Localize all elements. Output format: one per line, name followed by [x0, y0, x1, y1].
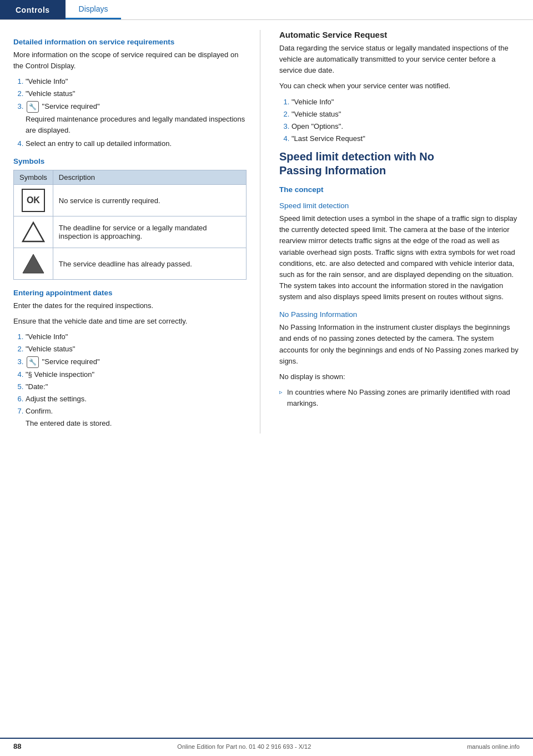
list-item: 🔧 "Service required"	[26, 356, 247, 368]
col-description: Description	[53, 170, 246, 185]
column-divider	[260, 30, 260, 434]
page-number: 88	[13, 742, 21, 750]
service-icon: 🔧	[27, 101, 39, 113]
main-content: Detailed information on service requirem…	[0, 20, 533, 456]
footer-right: manuals online.info	[467, 743, 520, 750]
section1-title: Detailed information on service requirem…	[13, 38, 247, 46]
list-item: "Vehicle status"	[26, 344, 247, 355]
svg-marker-1	[23, 254, 44, 273]
symbol-triangle-dark	[14, 248, 53, 280]
section2-title: Entering appointment dates	[13, 289, 247, 297]
left-column: Detailed information on service requirem…	[13, 30, 247, 434]
table-row: OK No service is currently required.	[14, 185, 247, 216]
list-item: "Vehicle Info"	[26, 76, 247, 87]
list-item: Select an entry to call up detailed info…	[26, 138, 247, 149]
list-item: "Vehicle Info"	[26, 331, 247, 342]
list-item: Open "Options".	[291, 121, 520, 132]
right-column: Automatic Service Request Data regarding…	[274, 30, 520, 434]
speed-limit-para: Speed limit detection uses a symbol in t…	[279, 213, 520, 303]
symbol-ok: OK	[14, 185, 53, 216]
symbol-desc: No service is currently required.	[53, 185, 246, 216]
footer: 88 Online Edition for Part no. 01 40 2 9…	[0, 738, 533, 750]
tab-displays[interactable]: Displays	[66, 0, 122, 19]
controls-label: Controls	[16, 6, 50, 14]
list-item: "§ Vehicle inspection"	[26, 369, 247, 380]
list-note: Required maintenance procedures and lega…	[26, 113, 247, 136]
svg-marker-0	[23, 223, 44, 241]
auto-service-title: Automatic Service Request	[279, 30, 520, 39]
list-item: "Vehicle Info"	[291, 97, 520, 108]
speed-limit-title: Speed limit detection	[279, 201, 520, 210]
no-passing-title: No Passing Information	[279, 310, 520, 319]
displays-label: Displays	[79, 4, 108, 13]
list-note: The entered date is stored.	[26, 417, 247, 429]
symbols-table: Symbols Description OK No service is cur…	[13, 170, 247, 280]
tab-controls[interactable]: Controls	[0, 0, 66, 19]
top-navigation: Controls Displays	[0, 0, 533, 20]
list-item: 🔧 "Service required" Required maintenanc…	[26, 101, 247, 136]
symbols-title: Symbols	[13, 157, 247, 165]
no-passing-bullets: ▹ In countries where No Passing zones ar…	[279, 387, 520, 409]
symbol-desc: The deadline for service or a legally ma…	[53, 216, 246, 248]
auto-service-para2: You can check when your service center w…	[279, 80, 520, 92]
bullet-text: In countries where No Passing zones are …	[287, 387, 520, 409]
list-item: "Last Service Request"	[291, 133, 520, 144]
no-passing-para1: No Passing Information in the instrument…	[279, 322, 520, 367]
symbol-triangle-outline	[14, 216, 53, 248]
table-row: The service deadline has already passed.	[14, 248, 247, 280]
table-row: The deadline for service or a legally ma…	[14, 216, 247, 248]
section1-intro: More information on the scope of service…	[13, 49, 247, 72]
auto-service-para1: Data regarding the service status or leg…	[279, 43, 520, 76]
main-section-title: Speed limit detection with No Passing In…	[279, 150, 520, 178]
no-passing-para2: No display is shown:	[279, 371, 520, 382]
list-item: "Vehicle status"	[26, 88, 247, 99]
symbol-desc: The service deadline has already passed.	[53, 248, 246, 280]
bullet-arrow-icon: ▹	[279, 387, 283, 397]
auto-service-list: "Vehicle Info" "Vehicle status" Open "Op…	[279, 97, 520, 145]
list-item: "Vehicle status"	[291, 109, 520, 120]
list-item: Confirm. The entered date is stored.	[26, 406, 247, 429]
section1-list: "Vehicle Info" "Vehicle status" 🔧 "Servi…	[13, 76, 247, 149]
bullet-item: ▹ In countries where No Passing zones ar…	[279, 387, 520, 409]
concept-title: The concept	[279, 185, 520, 194]
section2-intro2: Ensure that the vehicle date and time ar…	[13, 316, 247, 327]
col-symbols: Symbols	[14, 170, 53, 185]
section2-list: "Vehicle Info" "Vehicle status" 🔧 "Servi…	[13, 331, 247, 429]
list-item: Adjust the settings.	[26, 394, 247, 405]
footer-text: Online Edition for Part no. 01 40 2 916 …	[177, 743, 311, 750]
list-item: "Date:"	[26, 381, 247, 392]
service-icon: 🔧	[27, 356, 39, 368]
section2-intro1: Enter the dates for the required inspect…	[13, 300, 247, 311]
